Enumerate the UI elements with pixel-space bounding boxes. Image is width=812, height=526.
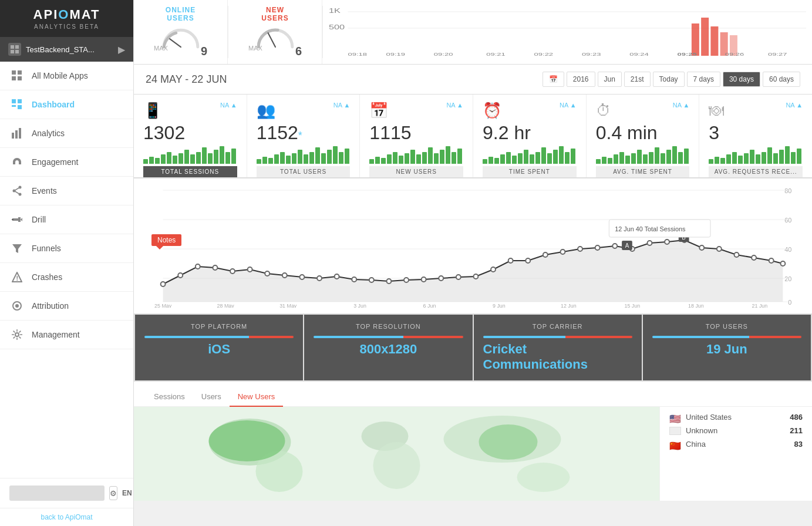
sparkline-chart: 1K 500 09:18 09:19 09:20 09:21 09:22 09:…	[329, 6, 806, 59]
sidebar-item-label: All Mobile Apps	[32, 71, 88, 80]
sidebar-item-label: Funnels	[32, 244, 61, 253]
top-users-label: TOP USERS	[706, 323, 748, 330]
settings-button[interactable]: ⚙	[109, 486, 117, 500]
dashboard-icon	[11, 98, 23, 111]
60days-button[interactable]: 60 days	[763, 72, 800, 87]
geo-tab-users[interactable]: Users	[193, 387, 230, 407]
metric-total-sessions[interactable]: 📱 NA ▲ 1302 TOTAL SESSIONS	[134, 95, 247, 177]
sidebar-item-events[interactable]: Events	[0, 177, 133, 205]
svg-rect-13	[15, 130, 18, 139]
geo-tab-sessions[interactable]: Sessions	[146, 387, 193, 407]
svg-rect-14	[19, 128, 21, 139]
metric-new-users[interactable]: 📅 NA ▲ 1115 NEW USERS	[360, 95, 473, 177]
calendar-button[interactable]: 📅	[543, 72, 564, 87]
svg-line-18	[14, 187, 20, 191]
sidebar-item-attribution[interactable]: Attribution	[0, 292, 133, 321]
chart-icon	[11, 127, 23, 140]
svg-text:25 May: 25 May	[154, 303, 172, 308]
svg-point-92	[665, 240, 669, 244]
svg-rect-8	[12, 99, 16, 103]
svg-text:60: 60	[784, 217, 791, 224]
svg-text:12 Jun   40 Total Sessions: 12 Jun 40 Total Sessions	[615, 225, 686, 232]
sidebar-item-label: Engagement	[32, 157, 78, 167]
svg-text:12 Jun: 12 Jun	[561, 303, 577, 308]
sidebar-item-crashes[interactable]: Crashes	[0, 263, 133, 292]
new-users-bars	[369, 146, 463, 164]
world-map	[134, 407, 659, 501]
svg-text:9 Jun: 9 Jun	[493, 303, 506, 308]
app-selector[interactable]: TestBackend_STA... ▶	[0, 37, 133, 62]
new-users-na: NA ▲	[446, 102, 463, 109]
geo-tab-new-users[interactable]: New Users	[230, 387, 284, 407]
magnet-icon	[11, 156, 23, 168]
30days-button[interactable]: 30 days	[723, 72, 760, 87]
svg-text:09:19: 09:19	[386, 51, 406, 56]
svg-text:09:23: 09:23	[582, 51, 601, 56]
language-selector[interactable]: EN	[122, 489, 132, 497]
sidebar-item-all-apps[interactable]: All Mobile Apps	[0, 62, 133, 90]
geo-section: Sessions Users New Users	[134, 382, 812, 501]
svg-text:20: 20	[784, 275, 791, 282]
geo-list: 🇺🇸 United States 486 Unknown 211 🇨🇳 Chin…	[659, 407, 812, 501]
sidebar-item-label: Dashboard	[32, 100, 75, 109]
year-button[interactable]: 2016	[567, 72, 595, 87]
sidebar-item-engagement[interactable]: Engagement	[0, 148, 133, 177]
day-button[interactable]: 21st	[624, 72, 651, 87]
svg-point-69	[265, 271, 269, 276]
sidebar-item-analytics[interactable]: Analytics	[0, 119, 133, 148]
time-na: NA ▲	[560, 102, 577, 109]
metric-total-users[interactable]: 👥 NA ▲ 1152* TOTAL USERS	[247, 95, 360, 177]
svg-text:21 Jun: 21 Jun	[752, 303, 768, 308]
online-max-val: 9	[201, 45, 207, 58]
requests-bars	[709, 146, 803, 164]
svg-rect-38	[701, 18, 709, 56]
svg-text:1K: 1K	[329, 8, 341, 14]
sidebar-item-funnels[interactable]: Funnels	[0, 234, 133, 263]
back-to-apiomat-link[interactable]: back to ApiOmat	[0, 508, 133, 526]
time-value: 9.2 hr	[483, 122, 577, 144]
sidebar: APIOMAT ANALYTICS BETA TestBackend_STA..…	[0, 0, 134, 526]
users-label: TOTAL USERS	[257, 166, 351, 177]
users-bars	[257, 146, 351, 164]
top-users-bar	[652, 336, 801, 338]
svg-point-67	[230, 269, 235, 274]
resolution-label: TOP RESOLUTION	[356, 323, 421, 330]
search-input[interactable]	[9, 485, 105, 501]
metric-avg-requests[interactable]: 🍽 NA ▲ 3 AVG. REQUESTS RECE...	[699, 95, 812, 177]
svg-text:09:21: 09:21	[486, 51, 506, 56]
avg-time-icon: ⏱	[596, 102, 611, 120]
svg-point-82	[491, 267, 496, 272]
svg-rect-39	[710, 26, 718, 56]
sidebar-item-dashboard[interactable]: Dashboard	[0, 90, 133, 119]
svg-text:3 Jun: 3 Jun	[353, 303, 366, 308]
notes-marker[interactable]: Notes	[151, 234, 181, 249]
svg-rect-11	[18, 105, 22, 109]
7days-button[interactable]: 7 days	[687, 72, 720, 87]
month-button[interactable]: Jun	[598, 72, 622, 87]
date-controls: 📅 2016 Jun 21st Today 7 days 30 days 60 …	[543, 72, 800, 87]
svg-point-27	[16, 279, 18, 281]
metric-avg-time[interactable]: ⏱ NA ▲ 0.4 min AVG. TIME SPENT	[587, 95, 700, 177]
svg-rect-23	[12, 219, 14, 220]
logo-area: APIOMAT ANALYTICS BETA	[0, 0, 133, 37]
svg-point-123	[209, 420, 285, 461]
svg-point-71	[299, 275, 304, 279]
svg-rect-21	[18, 217, 21, 222]
users-value: 1152*	[257, 122, 351, 144]
sidebar-item-management[interactable]: Management	[0, 321, 133, 349]
sidebar-item-drill[interactable]: Drill	[0, 205, 133, 234]
svg-text:09:22: 09:22	[534, 51, 554, 56]
metric-time-spent[interactable]: ⏰ NA ▲ 9.2 hr TIME SPENT	[473, 95, 587, 177]
new-users-label: NEW USERS	[369, 166, 463, 177]
svg-text:09:26: 09:26	[725, 51, 744, 56]
today-button[interactable]: Today	[653, 72, 685, 87]
svg-point-70	[282, 273, 287, 278]
svg-rect-9	[18, 99, 22, 103]
svg-text:09:18: 09:18	[348, 51, 368, 56]
svg-rect-6	[12, 76, 16, 80]
svg-rect-2	[11, 50, 14, 53]
svg-text:6 Jun: 6 Jun	[423, 303, 436, 308]
svg-point-66	[213, 265, 217, 270]
requests-na: NA ▲	[786, 102, 803, 109]
svg-point-122	[517, 463, 570, 492]
